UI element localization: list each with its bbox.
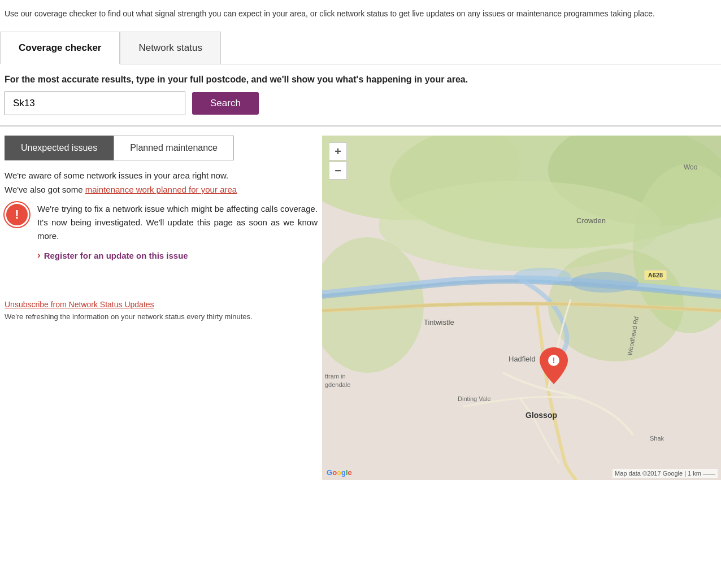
main-content: Unexpected issues Planned maintenance We… (0, 127, 721, 480)
maintenance-prefix: We've also got some (5, 185, 85, 194)
issue-description: We're trying to fix a network issue whic… (37, 202, 318, 243)
refresh-text: We're refreshing the information on your… (5, 312, 318, 321)
map-placeholder: Woodhead Rd A628 Crowden Tintwistle Hadf… (322, 136, 721, 480)
register-label: Register for an update on this issue (44, 251, 188, 260)
zoom-in-button[interactable]: + (329, 142, 347, 160)
svg-text:Tintwistle: Tintwistle (424, 318, 454, 326)
search-button[interactable]: Search (192, 92, 259, 115)
svg-text:Dinting Vale: Dinting Vale (458, 395, 491, 402)
svg-point-8 (571, 272, 639, 293)
svg-text:ttram in: ttram in (325, 373, 346, 380)
g-logo-letter-o1: o (332, 468, 337, 477)
tab-coverage[interactable]: Coverage checker (0, 32, 120, 64)
search-instruction: For the most accurate results, type in y… (5, 75, 716, 85)
g-logo-letter-o2: o (337, 468, 341, 477)
tab-unexpected-issues[interactable]: Unexpected issues (5, 136, 114, 160)
intro-text: Use our coverage checker to find out wha… (0, 0, 721, 27)
search-row: Search (5, 92, 716, 115)
svg-text:A628: A628 (648, 272, 663, 278)
tab-network-status[interactable]: Network status (120, 32, 220, 64)
map-container: Woodhead Rd A628 Crowden Tintwistle Hadf… (322, 136, 721, 480)
svg-text:Crowden: Crowden (576, 216, 606, 225)
svg-text:Shak: Shak (650, 435, 664, 442)
issue-card: ! We're trying to fix a network issue wh… (5, 202, 318, 261)
issue-card-body: We're trying to fix a network issue whic… (37, 202, 318, 261)
main-tabs: Coverage checker Network status (0, 32, 721, 64)
maintenance-link-para: We've also got some maintenance work pla… (5, 185, 318, 194)
issue-tabs: Unexpected issues Planned maintenance (5, 136, 318, 160)
left-panel: Unexpected issues Planned maintenance We… (0, 127, 322, 321)
tab-planned-maintenance[interactable]: Planned maintenance (114, 136, 234, 160)
alert-icon: ! (5, 202, 29, 227)
unsubscribe-section: Unsubscribe from Network Status Updates … (5, 295, 318, 321)
google-logo: Google (327, 468, 352, 477)
map-svg: Woodhead Rd A628 Crowden Tintwistle Hadf… (322, 136, 721, 480)
svg-text:!: ! (553, 356, 555, 365)
search-section: For the most accurate results, type in y… (0, 64, 721, 127)
zoom-out-button[interactable]: − (329, 162, 347, 180)
unsubscribe-link[interactable]: Unsubscribe from Network Status Updates (5, 300, 154, 309)
g-logo-letter-g2: g (341, 468, 346, 477)
svg-text:Glossop: Glossop (525, 411, 557, 420)
svg-text:Woo: Woo (684, 163, 698, 171)
postcode-input[interactable] (5, 92, 185, 115)
svg-text:gdendale: gdendale (325, 381, 350, 388)
svg-point-9 (514, 268, 571, 284)
map-attribution: Map data ©2017 Google | 1 km —— (613, 469, 718, 478)
g-logo-letter-e: e (348, 468, 352, 477)
network-issues-text: We're aware of some network issues in yo… (5, 171, 318, 180)
g-logo-letter-g: G (327, 468, 332, 477)
maintenance-link[interactable]: maintenance work planned for your area (85, 185, 237, 194)
register-link[interactable]: › Register for an update on this issue (37, 250, 318, 261)
register-chevron-icon: › (37, 250, 41, 261)
map-controls: + − (329, 142, 347, 180)
svg-text:Hadfield: Hadfield (509, 355, 536, 363)
